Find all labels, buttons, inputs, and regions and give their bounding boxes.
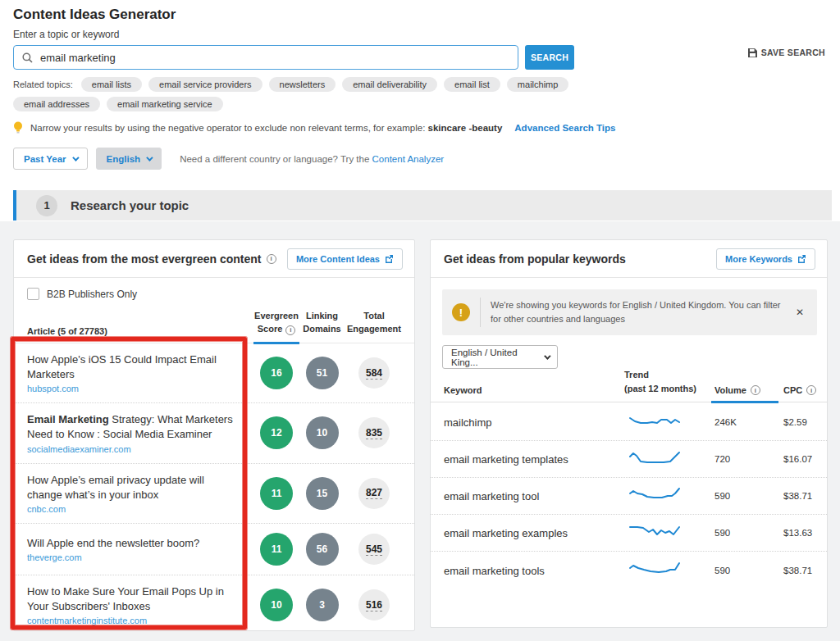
keyword-cpc: $38.71 xyxy=(783,491,812,501)
cpc-column-header[interactable]: CPC xyxy=(783,385,816,395)
evergreen-score-badge: 12 xyxy=(260,416,293,449)
article-title[interactable]: How Apple’s email privacy update will ch… xyxy=(27,473,242,502)
language-dropdown[interactable]: English xyxy=(96,148,162,170)
tip-example: skincare -beauty xyxy=(428,123,503,133)
evergreen-score-badge: 11 xyxy=(260,533,293,566)
more-keywords-button[interactable]: More Keywords xyxy=(716,248,815,270)
keywords-locale-dropdown[interactable]: English / United King... xyxy=(442,345,558,369)
content-analyzer-link[interactable]: Content Analyzer xyxy=(372,154,445,164)
article-title[interactable]: How Apple's iOS 15 Could Impact Email Ma… xyxy=(27,352,242,382)
trend-sparkline xyxy=(629,561,680,580)
chevron-down-icon xyxy=(544,352,550,359)
floppy-disk-icon xyxy=(748,48,757,57)
engagement-link[interactable]: 516 xyxy=(366,599,382,611)
engagement-link[interactable]: 584 xyxy=(366,367,382,380)
engagement-link[interactable]: 835 xyxy=(366,427,382,439)
article-row: How Apple's iOS 15 Could Impact Email Ma… xyxy=(14,343,414,403)
volume-column-header[interactable]: Volume xyxy=(714,385,760,395)
advanced-search-tips-link[interactable]: Advanced Search Tips xyxy=(514,123,615,133)
total-engagement-cell: 835 xyxy=(345,417,404,448)
engagement-link[interactable]: 545 xyxy=(366,543,382,556)
keyword-column-header: Keyword xyxy=(444,385,482,395)
linking-domains-cell: 56 xyxy=(299,533,345,566)
linking-domains-badge: 51 xyxy=(306,357,339,389)
content-ideas-generator-page: Content Ideas Generator Enter a topic or… xyxy=(0,0,840,641)
related-topic-chip[interactable]: email list xyxy=(444,77,500,92)
keyword-volume: 590 xyxy=(714,528,730,538)
more-content-ideas-button[interactable]: More Content Ideas xyxy=(287,248,403,270)
info-icon[interactable] xyxy=(806,385,816,395)
notice-text: We're showing you keywords for English /… xyxy=(491,298,783,326)
keyword-link[interactable]: email marketing examples xyxy=(444,527,568,539)
article-cell: Email Marketing Strategy: What Marketers… xyxy=(14,412,253,453)
evergreen-table-header: Article (5 of 27783) EvergreenScore Link… xyxy=(14,302,414,343)
evergreen-score-column-header[interactable]: EvergreenScore xyxy=(253,310,299,336)
external-link-icon xyxy=(797,254,806,263)
save-search-button[interactable]: SAVE SEARCH xyxy=(748,48,825,57)
keyword-link[interactable]: email marketing tools xyxy=(444,564,545,576)
trend-sparkline xyxy=(629,413,680,431)
article-cell: How Apple’s email privacy update will ch… xyxy=(14,473,253,514)
keyword-cpc: $2.59 xyxy=(783,417,807,427)
info-icon[interactable] xyxy=(267,254,276,264)
article-column-header: Article (5 of 27783) xyxy=(14,326,253,336)
b2b-publishers-checkbox[interactable] xyxy=(27,288,39,300)
article-domain-link[interactable]: hubspot.com xyxy=(27,384,242,393)
related-topics-label: Related topics: xyxy=(13,80,73,89)
article-cell: How to Make Sure Your Email Pops Up in Y… xyxy=(14,584,253,625)
article-cell: How Apple's iOS 15 Could Impact Email Ma… xyxy=(14,352,253,393)
search-query-text: email marketing xyxy=(40,52,116,64)
related-topic-chip[interactable]: email marketing service xyxy=(107,97,223,111)
evergreen-score-badge: 10 xyxy=(260,589,293,621)
keyword-link[interactable]: email marketing tool xyxy=(444,490,539,502)
keyword-volume: 590 xyxy=(714,491,730,501)
keyword-link[interactable]: email marketing templates xyxy=(444,453,568,466)
article-row: Will Apple end the newsletter boom?theve… xyxy=(14,524,414,575)
trend-sparkline xyxy=(629,524,680,542)
total-engagement-badge: 545 xyxy=(358,534,390,565)
close-icon[interactable] xyxy=(792,305,807,320)
article-row: How Apple’s email privacy update will ch… xyxy=(14,464,414,524)
article-title[interactable]: How to Make Sure Your Email Pops Up in Y… xyxy=(27,584,242,614)
related-topic-chip[interactable]: email service providers xyxy=(148,77,262,92)
keywords-card-header: Get ideas from popular keywords More Key… xyxy=(431,240,827,278)
linking-domains-badge: 3 xyxy=(306,589,339,621)
keyword-cpc: $13.63 xyxy=(783,528,812,538)
related-topic-chip[interactable]: newsletters xyxy=(269,77,336,92)
time-range-dropdown[interactable]: Past Year xyxy=(13,148,88,170)
total-engagement-column-header[interactable]: TotalEngagement xyxy=(345,310,404,336)
engagement-link[interactable]: 827 xyxy=(366,487,382,499)
info-icon[interactable] xyxy=(285,325,295,335)
article-domain-link[interactable]: socialmediaexaminer.com xyxy=(27,444,242,454)
info-icon[interactable] xyxy=(751,385,760,395)
related-topic-chip[interactable]: mailchimp xyxy=(507,77,569,92)
related-topic-chip[interactable]: email lists xyxy=(81,77,142,92)
page-title: Content Ideas Generator xyxy=(13,7,176,23)
related-topic-chip[interactable]: email addresses xyxy=(13,97,100,111)
trend-column-header[interactable]: Trend(past 12 months) xyxy=(624,368,696,395)
article-title[interactable]: Email Marketing Strategy: What Marketers… xyxy=(27,412,242,442)
article-title[interactable]: Will Apple end the newsletter boom? xyxy=(27,536,242,551)
article-domain-link[interactable]: theverge.com xyxy=(27,552,242,562)
keyword-row: email marketing tool590$38.71 xyxy=(431,478,827,515)
evergreen-score-cell: 16 xyxy=(253,357,299,389)
keyword-cpc: $38.71 xyxy=(783,566,812,575)
keyword-link[interactable]: mailchimp xyxy=(444,416,492,429)
article-row: How to Make Sure Your Email Pops Up in Y… xyxy=(14,575,414,634)
evergreen-score-badge: 11 xyxy=(260,477,293,510)
article-cell: Will Apple end the newsletter boom?theve… xyxy=(14,536,253,562)
search-button[interactable]: SEARCH xyxy=(525,45,574,70)
locale-notice-banner: ! We're showing you keywords for English… xyxy=(442,289,817,335)
chevron-down-icon xyxy=(72,154,79,161)
total-engagement-cell: 516 xyxy=(345,589,404,621)
keyword-row: email marketing examples590$13.63 xyxy=(431,515,827,552)
article-domain-link[interactable]: contentmarketinginstitute.com xyxy=(27,616,242,625)
search-input[interactable]: email marketing xyxy=(13,45,518,70)
article-domain-link[interactable]: cnbc.com xyxy=(27,504,242,514)
related-topic-chip[interactable]: email deliverability xyxy=(342,77,437,92)
keywords-locale-value: English / United King... xyxy=(451,348,544,367)
save-search-label: SAVE SEARCH xyxy=(761,48,825,57)
total-engagement-badge: 516 xyxy=(358,589,390,621)
linking-domains-column-header[interactable]: LinkingDomains xyxy=(299,310,345,336)
evergreen-card-header: Get ideas from the most evergreen conten… xyxy=(14,240,414,278)
